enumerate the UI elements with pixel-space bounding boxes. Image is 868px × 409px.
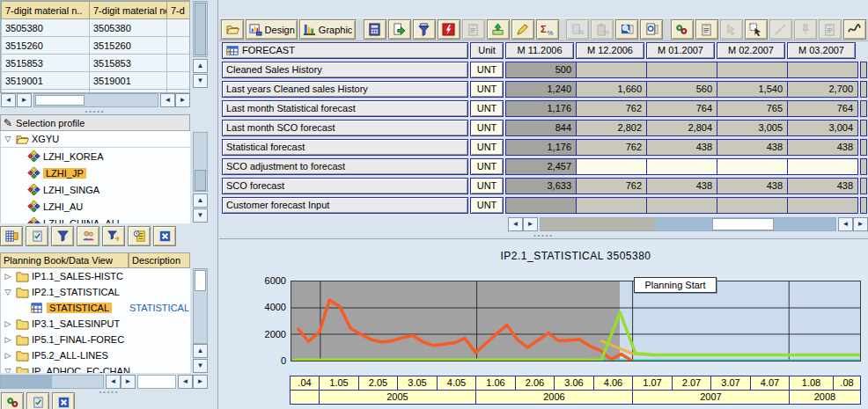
- planning-hscroll-thumb[interactable]: [1, 376, 52, 388]
- selection-item-lzhi_jp[interactable]: LZHI_JP: [1, 164, 190, 181]
- key-figure-label[interactable]: SCO forecast: [222, 178, 468, 194]
- planning-scroll-left-icon[interactable]: ◄: [106, 375, 121, 389]
- value-cell[interactable]: [788, 159, 857, 174]
- forecast-table-title[interactable]: FORECAST: [222, 42, 468, 59]
- value-cell[interactable]: 1,240: [506, 82, 577, 97]
- value-cell[interactable]: [717, 62, 788, 77]
- graphic-chart-button[interactable]: Graphic: [299, 19, 355, 40]
- chart-up-button[interactable]: [487, 19, 510, 40]
- planning-scroll-up-icon[interactable]: ▲: [193, 344, 208, 358]
- selection-scroll-down-icon[interactable]: ▼: [193, 208, 208, 223]
- value-cell[interactable]: 500: [506, 62, 577, 77]
- cursor-select-button[interactable]: [745, 19, 768, 40]
- material-scroll-right-icon[interactable]: ►: [17, 93, 32, 107]
- collapse-arrow-icon[interactable]: ▽: [3, 288, 13, 296]
- collapse-arrow-icon[interactable]: ▷: [3, 335, 13, 344]
- value-cell[interactable]: 762: [577, 140, 647, 155]
- value-cell[interactable]: 762: [577, 179, 647, 194]
- month-column-header[interactable]: M 11.2006: [505, 42, 574, 59]
- material-cell[interactable]: [167, 55, 191, 72]
- value-cell[interactable]: [577, 198, 647, 213]
- clipboard-check-button[interactable]: [26, 226, 48, 246]
- material-cell[interactable]: 3515853: [2, 55, 90, 72]
- value-cell[interactable]: [577, 62, 647, 77]
- collapse-arrow-icon[interactable]: ▽: [3, 367, 13, 373]
- table-hscroll-track[interactable]: [540, 217, 836, 231]
- value-cell[interactable]: 844: [506, 121, 577, 135]
- dataview-item[interactable]: STATISTICALSTATISTICAL: [1, 300, 190, 316]
- key-figure-label[interactable]: Last month Statistical forecast: [222, 100, 468, 117]
- grid-clip-button[interactable]: [0, 226, 23, 246]
- month-column-header[interactable]: M 02.2007: [717, 42, 785, 59]
- description-scroll-right-icon[interactable]: ►: [193, 375, 208, 389]
- collapse-arrow-icon[interactable]: ▽: [3, 135, 13, 143]
- material-cell[interactable]: 3515260: [90, 37, 167, 55]
- table-scroll-right2-icon[interactable]: ►: [853, 217, 868, 231]
- planning-book-item[interactable]: ▽IP_ADHOC_FC-CHAN: [1, 363, 190, 373]
- value-cell[interactable]: 2,457: [506, 159, 577, 174]
- collapse-arrow-icon[interactable]: ▷: [3, 351, 13, 360]
- material-scroll-up-icon[interactable]: ▲: [193, 59, 208, 73]
- value-cell[interactable]: [506, 198, 577, 213]
- material-cell[interactable]: 3519001: [90, 72, 167, 90]
- month-column-header[interactable]: M 12.2006: [576, 42, 644, 59]
- material-cell[interactable]: [167, 37, 191, 55]
- planning-hscroll-track[interactable]: [0, 375, 104, 389]
- selection-item-lzhi_singa[interactable]: LZHI_SINGA: [1, 181, 190, 198]
- value-cell[interactable]: 1,176: [506, 140, 577, 155]
- key-figure-label[interactable]: SCO adjustment to forecast: [222, 158, 468, 175]
- close-x-button[interactable]: [153, 226, 176, 246]
- curve-button[interactable]: [843, 19, 866, 40]
- zoom-doc-button[interactable]: [615, 19, 638, 40]
- material-column-header[interactable]: 7-d: [167, 2, 191, 19]
- selection-vscroll-thumb[interactable]: [195, 170, 206, 191]
- value-cell[interactable]: 438: [788, 179, 857, 194]
- value-cell[interactable]: 2,804: [647, 121, 717, 135]
- material-column-header[interactable]: 7-digit material no.: [90, 2, 167, 19]
- filter-funnel-button[interactable]: [413, 19, 436, 40]
- material-cell[interactable]: 3515260: [2, 37, 90, 55]
- material-cell[interactable]: 3519001: [2, 72, 90, 90]
- planning-book-column-header[interactable]: Planning Book/Data View: [0, 252, 129, 268]
- key-figure-label[interactable]: Customer forecast Input: [222, 197, 468, 214]
- material-hscroll-track[interactable]: [33, 93, 158, 107]
- planning-vscroll-track[interactable]: [193, 268, 208, 344]
- value-cell[interactable]: 3,005: [717, 121, 788, 135]
- value-cell[interactable]: [647, 159, 717, 174]
- open-folder-button[interactable]: [221, 19, 244, 40]
- planning-vscroll-thumb[interactable]: [195, 270, 206, 291]
- planning-scroll-down-icon[interactable]: ▼: [193, 359, 208, 373]
- table-hscroll-thumb[interactable]: [712, 218, 774, 230]
- funnel-button[interactable]: [51, 226, 74, 246]
- value-cell[interactable]: 764: [788, 101, 857, 116]
- planning-book-item[interactable]: ▷IP5.2_ALL-LINES: [1, 347, 190, 363]
- planning-scroll-right-icon[interactable]: ►: [121, 375, 136, 389]
- value-cell[interactable]: 3,633: [506, 179, 577, 194]
- material-cell[interactable]: [167, 72, 191, 90]
- lightning-button[interactable]: [438, 19, 460, 40]
- table-scroll-right-icon[interactable]: ►: [523, 217, 538, 231]
- value-cell[interactable]: 560: [647, 82, 717, 97]
- value-cell[interactable]: 3,004: [788, 121, 857, 135]
- month-column-header[interactable]: M 01.2007: [646, 42, 715, 59]
- value-cell[interactable]: [647, 62, 717, 77]
- material-scroll-left-icon[interactable]: ◄: [1, 93, 16, 107]
- view-doc-button[interactable]: [640, 19, 663, 40]
- value-cell[interactable]: 1,660: [577, 82, 647, 97]
- key-figure-label[interactable]: Last years Cleaned sales History: [222, 81, 468, 98]
- value-cell[interactable]: 1,176: [506, 101, 577, 116]
- material-scroll-down-icon[interactable]: ▼: [193, 74, 208, 88]
- value-cell[interactable]: 438: [647, 140, 717, 155]
- value-cell[interactable]: 438: [717, 140, 788, 155]
- selection-item-lzhi_au[interactable]: LZHI_AU: [1, 198, 190, 215]
- export-doc-button[interactable]: [388, 19, 411, 40]
- value-cell[interactable]: 2,700: [788, 82, 857, 97]
- description-scroll-left-icon[interactable]: ◄: [178, 375, 193, 389]
- value-cell[interactable]: 2,802: [577, 121, 647, 135]
- key-figure-label[interactable]: Statistical forecast: [222, 139, 468, 156]
- material-column-header[interactable]: 7-digit material n..: [2, 2, 90, 19]
- material-cell[interactable]: [167, 19, 191, 37]
- gears-button[interactable]: [671, 19, 694, 40]
- material-cell[interactable]: 3505380: [2, 19, 90, 37]
- value-cell[interactable]: [788, 198, 857, 213]
